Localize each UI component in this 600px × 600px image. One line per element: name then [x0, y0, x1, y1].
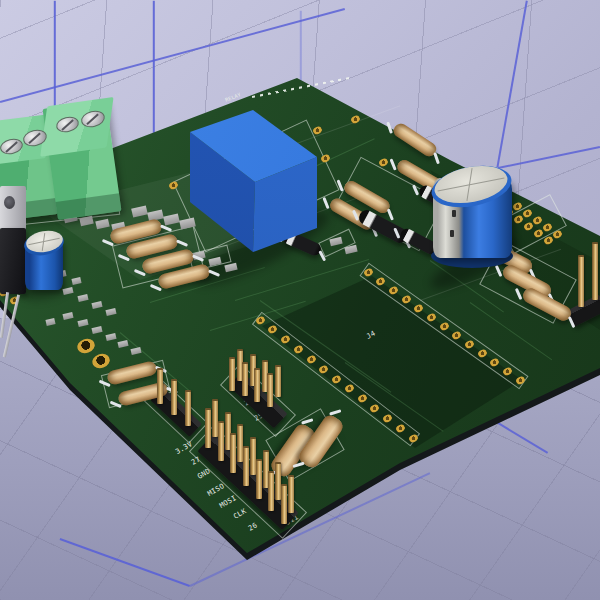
header-pin: [243, 446, 249, 486]
header-pin: [205, 408, 211, 448]
header-pin: [275, 365, 281, 397]
header-pin: [578, 255, 584, 307]
header-pin: [281, 484, 287, 524]
header-pin: [242, 362, 248, 396]
screw-slot: [87, 114, 100, 126]
header-pin: [185, 390, 191, 426]
bounding-box-line: [153, 1, 155, 133]
header-pin: [230, 433, 236, 473]
screw-slot: [5, 141, 17, 152]
large-cap-polarity-dash: [450, 230, 454, 237]
to220-metal-tab: [0, 186, 26, 230]
header-pin: [171, 379, 177, 415]
header-pin: [592, 242, 598, 300]
large-cap-polarity-dash: [452, 210, 456, 217]
header-pin: [218, 421, 224, 461]
to220-body: [0, 228, 26, 294]
header-pin: [157, 368, 163, 404]
header-pin: [229, 357, 235, 391]
header-pin: [254, 368, 260, 402]
header-pin: [256, 459, 262, 499]
screw-slot: [29, 133, 42, 145]
pcb-3d-viewport[interactable]: RELAY J4 3.3V 27 GND MISO MOSI CLK 26 J1…: [0, 0, 600, 600]
screw-slot: [61, 119, 73, 130]
header-pin: [288, 475, 294, 513]
to220-tab-hole: [4, 196, 15, 209]
header-pin: [267, 373, 273, 407]
header-pin: [268, 471, 274, 511]
